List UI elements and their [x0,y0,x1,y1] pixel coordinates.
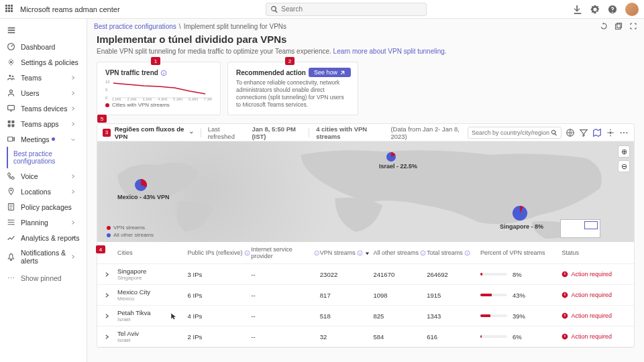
chevron-right-icon[interactable] [104,272,110,278]
nav-policy[interactable]: Policy packages [0,199,87,215]
search-input[interactable] [281,5,422,13]
nav-show-pinned[interactable]: ⋯Show pinned [0,271,87,286]
cell-status: Action required [561,292,629,298]
cell-ip: 4 IPs [188,312,252,320]
history-icon[interactable] [600,22,608,30]
nav-apps[interactable]: Teams apps [0,116,87,131]
globe-icon[interactable] [566,128,575,137]
alert-icon [561,333,568,340]
svg-point-31 [609,131,612,134]
nav-notifications[interactable]: Notifications & alerts [0,245,87,268]
svg-point-2 [9,74,11,76]
trend-chart: 10501 JAN2 JAN3 JAN4 JAN5 JAN6 JAN7 JAN [105,79,212,101]
expand-icon[interactable] [629,22,637,30]
help-icon[interactable] [608,5,617,14]
svg-point-14 [11,222,12,223]
recommended-action-card: 2 Recommended action See how To enhance … [227,62,358,115]
svg-rect-16 [616,24,621,29]
minimap[interactable] [560,219,600,238]
global-search[interactable] [266,3,427,16]
cell-percent: 8% [480,271,562,278]
zoom-in-button[interactable]: ⊕ [618,145,630,158]
learn-more-link[interactable]: Learn more about VPN split tunneling. [333,48,447,55]
th-other-streams[interactable]: All other streams [374,249,427,256]
region-search[interactable] [468,127,561,139]
nav-label: Policy packages [21,203,72,211]
table-row[interactable]: SingaporeSingapore 3 IPs -- 23022 241670… [97,264,634,285]
nav-voice[interactable]: Voice [0,168,87,184]
settings-icon[interactable] [606,128,615,137]
chevron-right-icon[interactable] [104,313,110,319]
cell-city: Tel AvivIsrael [117,330,188,343]
nav-bpc[interactable]: Best practice configurations [0,147,87,168]
th-cities[interactable]: Cities [117,249,188,256]
page-title: Implementar o túnel dividido para VPNs [97,34,635,45]
see-how-button[interactable]: See how [309,68,351,77]
cell-ip: 2 IPs [188,333,252,341]
avatar[interactable] [625,3,639,16]
svg-rect-10 [8,137,13,141]
svg-text:7 JAN: 7 JAN [204,98,212,101]
cell-city: SingaporeSingapore [117,267,188,281]
th-public-ips[interactable]: Public IPs (reflexive) [188,249,252,256]
breadcrumb: Best practice configurations \ Implement… [87,19,644,34]
zoom-out-button[interactable]: ⊖ [618,160,630,172]
table-header: 4 Cities Public IPs (reflexive) Internet… [97,242,634,264]
svg-text:5: 5 [105,88,108,92]
nav-teams[interactable]: Teams [0,70,87,85]
th-total-streams[interactable]: Total streams [427,249,480,256]
pie-singapore[interactable] [512,205,528,221]
svg-point-33 [623,131,625,133]
nav-label: Dashboard [21,43,55,51]
th-isp[interactable]: Internet service provider [251,246,320,259]
svg-point-34 [626,131,627,133]
chevron-right-icon[interactable] [104,334,110,340]
chevron-down-icon[interactable] [189,130,194,135]
svg-text:1 JAN: 1 JAN [112,98,121,101]
filter-icon[interactable] [579,128,588,137]
th-vpn-streams[interactable]: VPN streams [320,249,374,256]
nav-dashboard[interactable]: Dashboard [0,39,87,54]
nav-locations[interactable]: Locations [0,184,87,199]
download-icon[interactable] [573,5,582,14]
svg-point-13 [8,219,9,221]
nav-settings[interactable]: Settings & policies [0,54,87,70]
table-row[interactable]: Mexico CityMexico 6 IPs -- 817 1098 1915… [97,285,634,306]
chevron-right-icon[interactable] [104,292,110,298]
th-status[interactable]: Status [561,249,629,256]
nav-users[interactable]: Users [0,85,87,101]
cell-total: 264692 [427,271,480,278]
gear-icon[interactable] [590,5,600,14]
table-row[interactable]: Petah TikvaIsrael 4 IPs -- 518 825 1343 … [97,306,634,326]
svg-text:4 JAN: 4 JAN [158,98,168,101]
nav-devices[interactable]: Teams devices [0,101,87,116]
table-row[interactable]: Tel AvivIsrael 2 IPs -- 32 584 616 6% Ac… [97,326,634,347]
nav-label: Teams [21,74,42,82]
more-icon[interactable] [619,128,629,137]
svg-rect-9 [11,124,14,127]
breadcrumb-parent[interactable]: Best practice configurations [94,23,176,30]
breadcrumb-current: Implement split tunneling for VPNs [184,23,286,30]
svg-point-15 [13,224,14,225]
svg-rect-7 [11,121,14,123]
hamburger-icon[interactable] [0,23,87,39]
callout-flag-3: 3 [103,129,111,137]
search-icon [551,129,557,136]
info-icon[interactable] [160,70,167,76]
nav-meetings[interactable]: Meetings [0,131,87,147]
pie-israel[interactable] [386,152,396,162]
popout-icon[interactable] [614,22,623,30]
cell-other: 241670 [374,271,427,278]
th-percent[interactable]: Percent of VPN streams [480,249,562,256]
pie-mexico[interactable] [134,178,148,192]
info-icon [464,250,470,256]
world-map[interactable]: Mexico - 43% VPN Israel - 22.5% Singapor… [97,141,634,242]
map-view-icon[interactable] [592,128,602,137]
nav-analytics[interactable]: Analytics & reports [0,230,87,245]
map-legend: VPN streams All other streams [107,223,154,238]
cell-vpn: 518 [320,312,374,320]
cell-city: Petah TikvaIsrael [117,309,188,322]
page-subtitle: Enable VPN split tunneling for media tra… [97,48,635,55]
waffle-icon[interactable] [5,5,15,14]
nav-planning[interactable]: Planning [0,215,87,230]
